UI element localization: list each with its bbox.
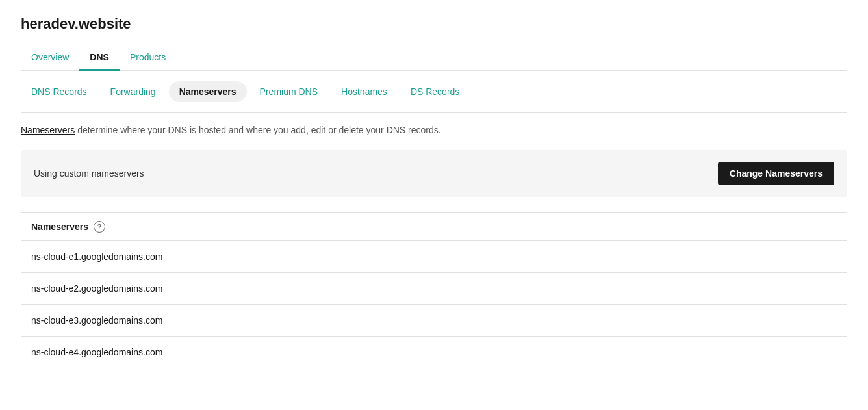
- subtab-premium-dns[interactable]: Premium DNS: [249, 81, 328, 102]
- nameserver-row-1: ns-cloud-e1.googledomains.com: [21, 241, 847, 273]
- subtab-hostnames[interactable]: Hostnames: [331, 81, 398, 102]
- site-title: heradev.website: [21, 16, 847, 32]
- banner: Using custom nameservers Change Nameserv…: [21, 150, 847, 197]
- subtab-forwarding[interactable]: Forwarding: [100, 81, 166, 102]
- description: Nameservers determine where your DNS is …: [21, 123, 847, 137]
- help-icon[interactable]: ?: [94, 221, 105, 233]
- nameservers-section: Nameservers ? ns-cloud-e1.googledomains.…: [21, 212, 847, 368]
- change-nameservers-button[interactable]: Change Nameservers: [718, 162, 834, 185]
- nameserver-row-3: ns-cloud-e3.googledomains.com: [21, 305, 847, 337]
- tab-overview[interactable]: Overview: [21, 45, 79, 71]
- nameservers-link[interactable]: Nameservers: [21, 125, 75, 135]
- banner-text: Using custom nameservers: [34, 168, 144, 179]
- tab-products[interactable]: Products: [120, 45, 176, 71]
- subtab-dns-records[interactable]: DNS Records: [21, 81, 97, 102]
- top-tabs: Overview DNS Products: [21, 45, 847, 71]
- section-header: Nameservers ?: [21, 213, 847, 240]
- nameserver-row-2: ns-cloud-e2.googledomains.com: [21, 273, 847, 305]
- section-title: Nameservers: [31, 222, 88, 232]
- description-text: determine where your DNS is hosted and w…: [75, 125, 440, 135]
- tab-dns[interactable]: DNS: [79, 45, 120, 71]
- page-container: heradev.website Overview DNS Products DN…: [0, 0, 868, 383]
- subtab-nameservers[interactable]: Nameservers: [169, 81, 247, 102]
- subtab-ds-records[interactable]: DS Records: [400, 81, 470, 102]
- sub-tabs: DNS Records Forwarding Nameservers Premi…: [21, 71, 847, 113]
- nameserver-row-4: ns-cloud-e4.googledomains.com: [21, 337, 847, 368]
